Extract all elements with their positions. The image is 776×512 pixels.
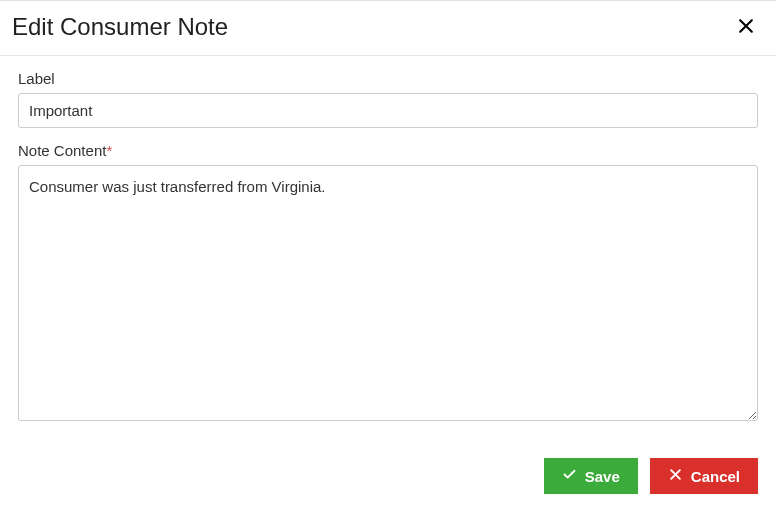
note-content-label-text: Note Content xyxy=(18,142,106,159)
label-form-group: Label xyxy=(18,70,758,128)
note-content-textarea[interactable] xyxy=(18,165,758,421)
cancel-button[interactable]: Cancel xyxy=(650,458,758,494)
note-content-field-label: Note Content* xyxy=(18,142,758,159)
modal-title: Edit Consumer Note xyxy=(12,13,228,41)
close-icon xyxy=(736,16,756,39)
cancel-button-label: Cancel xyxy=(691,468,740,485)
edit-consumer-note-modal: Edit Consumer Note Label Note Content* xyxy=(0,0,776,512)
modal-header: Edit Consumer Note xyxy=(0,1,776,56)
note-content-form-group: Note Content* xyxy=(18,142,758,425)
modal-body: Label Note Content* xyxy=(0,56,776,444)
label-input[interactable] xyxy=(18,93,758,128)
modal-footer: Save Cancel xyxy=(0,444,776,512)
required-marker: * xyxy=(106,142,112,159)
x-icon xyxy=(668,467,683,485)
save-button[interactable]: Save xyxy=(544,458,638,494)
save-button-label: Save xyxy=(585,468,620,485)
label-field-label: Label xyxy=(18,70,758,87)
close-button[interactable] xyxy=(734,15,758,39)
check-icon xyxy=(562,467,577,485)
